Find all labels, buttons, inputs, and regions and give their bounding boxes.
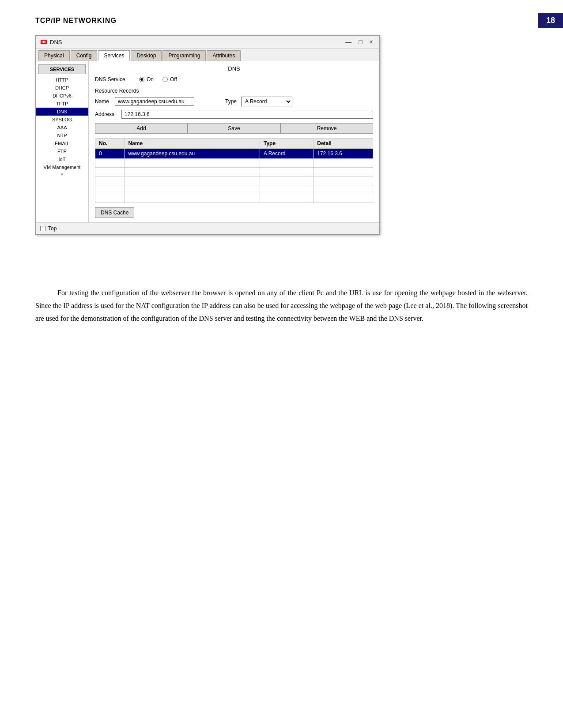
sidebar-item-email[interactable]: EMAIL	[36, 139, 88, 147]
type-select[interactable]: A Record AAAA Record CNAME Record MX Rec…	[241, 97, 292, 106]
radio-off-circle	[162, 77, 168, 82]
sidebar-item-http[interactable]: HTTP	[36, 76, 88, 84]
body-text: For testing the configuration of the web…	[35, 287, 528, 334]
radio-off-label: Off	[170, 76, 177, 83]
radio-group: On Off	[139, 76, 177, 83]
window-titlebar: DNS — □ ×	[36, 36, 379, 49]
col-detail: Detail	[314, 139, 373, 149]
records-table: No. Name Type Detail 0 www.gagandeep.csu…	[95, 138, 373, 203]
table-empty-row-5	[95, 194, 373, 203]
address-label: Address	[95, 111, 117, 117]
svg-point-2	[43, 41, 45, 43]
table-empty-row-1	[95, 159, 373, 168]
sidebar-item-syslog[interactable]: SYSLOG	[36, 116, 88, 124]
sidebar-item-dhcp[interactable]: DHCP	[36, 84, 88, 92]
titlebar-left: DNS	[40, 38, 62, 45]
radio-on-label: On	[147, 76, 154, 83]
cell-detail: 172.16.3.6	[314, 149, 373, 159]
cell-no: 0	[95, 149, 125, 159]
table-empty-row-4	[95, 185, 373, 194]
cell-type: A Record	[260, 149, 314, 159]
sidebar-item-aaa[interactable]: AAA	[36, 124, 88, 131]
dns-service-label: DNS Service	[95, 76, 126, 83]
dns-window: DNS — □ × Physical Config Services Deskt…	[35, 35, 380, 235]
radio-on-circle	[139, 77, 144, 82]
tab-services[interactable]: Services	[98, 50, 130, 61]
type-label: Type	[225, 98, 237, 105]
col-no: No.	[95, 139, 125, 149]
address-input[interactable]	[121, 110, 373, 119]
services-sidebar: SERVICES HTTP DHCP DHCPv6 TFTP DNS SYSLO…	[36, 61, 89, 222]
dns-main-panel: DNS DNS Service On Off Resource Records	[89, 61, 379, 222]
action-buttons: Add Save Remove	[95, 123, 373, 134]
name-row: Name Type A Record AAAA Record CNAME Rec…	[95, 97, 373, 106]
window-title: DNS	[50, 39, 62, 45]
tab-attributes[interactable]: Attributes	[207, 50, 241, 61]
table-row[interactable]: 0 www.gagandeep.csu.edu.au A Record 172.…	[95, 149, 373, 159]
tab-programming[interactable]: Programming	[162, 50, 206, 61]
window-body: SERVICES HTTP DHCP DHCPv6 TFTP DNS SYSLO…	[36, 61, 379, 222]
col-name: Name	[125, 139, 260, 149]
window-controls: — □ ×	[344, 38, 375, 45]
address-row: Address	[95, 110, 373, 119]
maximize-button[interactable]: □	[357, 38, 364, 45]
top-checkbox[interactable]	[40, 226, 45, 231]
remove-button[interactable]: Remove	[280, 123, 373, 134]
col-type: Type	[260, 139, 314, 149]
sidebar-item-ftp[interactable]: FTP	[36, 147, 88, 155]
tab-config[interactable]: Config	[71, 50, 98, 61]
resource-records-label: Resource Records	[95, 88, 373, 94]
services-header: SERVICES	[38, 64, 86, 74]
dns-cache-button[interactable]: DNS Cache	[95, 207, 134, 218]
sidebar-item-tftp[interactable]: TFTP	[36, 100, 88, 108]
top-label: Top	[48, 225, 57, 232]
sidebar-item-ntp[interactable]: NTP	[36, 131, 88, 139]
name-input[interactable]	[115, 97, 194, 106]
window-bottom: Top	[36, 222, 379, 234]
close-button[interactable]: ×	[368, 38, 375, 45]
dns-service-row: DNS Service On Off	[95, 76, 373, 83]
add-button[interactable]: Add	[95, 123, 188, 134]
cell-name: www.gagandeep.csu.edu.au	[125, 149, 260, 159]
window-tabs: Physical Config Services Desktop Program…	[36, 49, 379, 61]
name-label: Name	[95, 98, 110, 105]
page-title: TCP/IP NETWORKING	[35, 17, 117, 25]
save-button[interactable]: Save	[188, 123, 280, 134]
page-number: 18	[538, 13, 563, 28]
body-paragraph: For testing the configuration of the web…	[35, 287, 528, 325]
sidebar-item-dns[interactable]: DNS	[36, 108, 88, 116]
radio-off[interactable]: Off	[162, 76, 177, 83]
table-empty-row-2	[95, 168, 373, 176]
tab-desktop[interactable]: Desktop	[131, 50, 162, 61]
sidebar-item-dhcpv6[interactable]: DHCPv6	[36, 92, 88, 100]
sidebar-item-vm-management[interactable]: VM Management	[36, 163, 88, 171]
dns-app-icon	[40, 38, 47, 45]
dns-panel-title: DNS	[95, 65, 373, 72]
table-empty-row-3	[95, 176, 373, 185]
minimize-button[interactable]: —	[344, 38, 353, 45]
sidebar-scroll: ▼	[36, 171, 88, 178]
sidebar-item-iot[interactable]: IoT	[36, 155, 88, 163]
tab-physical[interactable]: Physical	[38, 50, 70, 61]
radio-on[interactable]: On	[139, 76, 154, 83]
